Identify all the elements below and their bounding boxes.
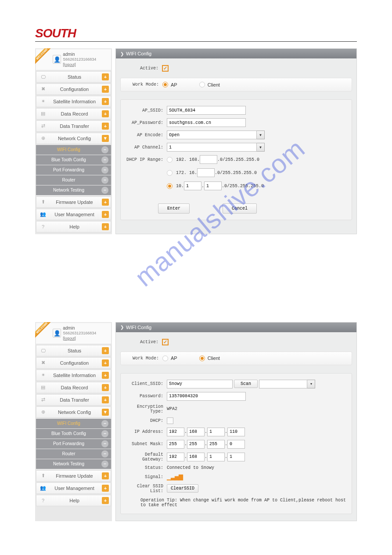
nav-datatransfer[interactable]: ⇄Data Transfer+ (36, 394, 111, 406)
nav-satellite[interactable]: ✴Satellite Information+ (36, 96, 111, 107)
gw-oct-3[interactable] (207, 453, 225, 461)
active-checkbox[interactable]: ✓ (162, 65, 169, 72)
minus-icon: – (101, 440, 108, 447)
dhcp-checkbox[interactable] (167, 417, 173, 424)
nav-label-datarec: Data Record (47, 385, 102, 390)
nav-help[interactable]: ?Help+ (36, 495, 111, 506)
dropdown-icon[interactable]: ▼ (257, 131, 265, 139)
logout-link[interactable]: [logout] (63, 336, 76, 341)
ip-oct-2[interactable] (187, 428, 205, 436)
minus-icon: – (101, 461, 108, 468)
dhcp-oct-3b[interactable] (204, 181, 222, 190)
appwd-input[interactable] (167, 118, 246, 127)
radio-ap[interactable]: AP (162, 355, 177, 361)
subnav-nettest[interactable]: Network Testing– (36, 185, 111, 195)
subnav-label: Router (36, 178, 101, 182)
nav-datarecord[interactable]: ▤Data Record+ (36, 382, 111, 393)
apencode-select[interactable] (167, 131, 257, 139)
upload-icon: ⬆ (39, 199, 47, 205)
nav-label-datarec: Data Record (47, 111, 102, 116)
clientpwd-input[interactable] (167, 392, 246, 401)
gw-label: Default Gateway: (125, 452, 167, 462)
nav-configuration[interactable]: ✖Configuration+ (36, 357, 111, 369)
logout-link[interactable]: [logout] (63, 62, 76, 67)
subnav-bluetooth[interactable]: Blue Tooth Config– (36, 429, 111, 439)
workmode-label: Work Mode: (125, 356, 162, 361)
subnav-bluetooth[interactable]: Blue Tooth Config– (36, 155, 111, 165)
dhcp-radio-3[interactable] (167, 183, 173, 189)
radio-ap[interactable]: AP (162, 82, 177, 87)
mask-label: Subnet Mask: (125, 442, 167, 446)
cancel-button[interactable]: Cancel (223, 203, 257, 214)
gw-oct-1[interactable] (167, 453, 184, 461)
apchannel-select[interactable] (167, 143, 257, 152)
apssid-input[interactable] (167, 106, 246, 115)
minus-icon: – (101, 430, 108, 437)
subnav-wifi[interactable]: WIFI Config– (36, 419, 111, 428)
nav-status[interactable]: 🖵Status+ (36, 345, 111, 356)
nav-usermgmt[interactable]: 👥User Management+ (36, 482, 111, 494)
nav-datarecord[interactable]: ▤Data Record+ (36, 108, 111, 120)
nav-networkconfig[interactable]: ⊕Network Config▾ (36, 133, 111, 144)
nav-label-um: User Management (47, 486, 102, 491)
expand-icon: + (102, 372, 109, 379)
radio-client[interactable]: Client (199, 82, 220, 87)
dropdown-icon[interactable]: ▾ (307, 380, 315, 388)
dropdown-icon[interactable]: ▼ (257, 143, 265, 152)
work-mode-bar: Work Mode: AP Client (120, 352, 352, 365)
clientssid-input[interactable] (167, 380, 233, 388)
ip-oct-3[interactable] (207, 428, 225, 436)
subnav-label: Port Forwarding (36, 167, 101, 172)
dhcp-radio-2[interactable] (167, 170, 173, 176)
subnav-portfw[interactable]: Port Forwarding– (36, 165, 111, 175)
calendar-icon: ▤ (39, 385, 47, 390)
sidebar: WELCOME 👤 admin S66263123166834 [logout]… (35, 322, 112, 521)
dhcp-oct-2[interactable] (197, 168, 215, 177)
chevron-right-icon: ❯ (120, 51, 124, 56)
scan-button[interactable]: Scan (234, 380, 258, 388)
minus-icon: – (101, 156, 108, 163)
dhcp-text: .0/255.255.255.0 (222, 184, 264, 189)
subnav-nettest[interactable]: Network Testing– (36, 459, 111, 469)
gw-oct-2[interactable] (187, 453, 205, 461)
ssid-list-select[interactable] (259, 380, 307, 388)
nav-label-help: Help (47, 498, 102, 503)
mask-oct-4[interactable] (227, 440, 245, 449)
ip-oct-1[interactable] (167, 428, 184, 436)
nav-firmware[interactable]: ⬆Firmware Update+ (36, 196, 111, 208)
enter-button[interactable]: Enter (158, 203, 190, 214)
apchannel-label: AP Channel: (125, 145, 167, 150)
dhcp-oct-3a[interactable] (184, 181, 201, 190)
subnav-router[interactable]: Router– (36, 449, 111, 459)
user-id: S66263123166834 (63, 57, 96, 62)
nav-firmware[interactable]: ⬆Firmware Update+ (36, 470, 111, 482)
dhcp-radio-1[interactable] (167, 157, 173, 163)
nav-label-fw: Firmware Update (47, 200, 102, 205)
nav-networkconfig[interactable]: ⊕Network Config▾ (36, 406, 111, 418)
active-label: Active: (120, 340, 162, 345)
expand-icon: + (102, 384, 109, 391)
radio-client[interactable]: Client (199, 355, 220, 361)
clearssid-button[interactable]: ClearSSID (167, 484, 198, 493)
expand-icon: + (102, 123, 109, 130)
nav-satellite[interactable]: ✴Satellite Information+ (36, 370, 111, 381)
dhcp-text: .0/255.255.255.0 (217, 157, 259, 162)
subnav-portfw[interactable]: Port Forwarding– (36, 439, 111, 449)
nav-label-config: Configuration (47, 87, 102, 92)
mask-oct-2[interactable] (187, 440, 205, 449)
nav-status[interactable]: 🖵Status+ (36, 71, 111, 83)
content-area: ❯WIFI Config Active: ✓ Work Mode: AP Cli… (115, 322, 357, 521)
nav-datatransfer[interactable]: ⇄Data Transfer+ (36, 120, 111, 132)
subnav-wifi[interactable]: WIFI Config– (36, 145, 111, 155)
mask-oct-3[interactable] (207, 440, 225, 449)
ip-oct-4[interactable] (227, 428, 245, 436)
nav-configuration[interactable]: ✖Configuration+ (36, 83, 111, 95)
subnav-router[interactable]: Router– (36, 175, 111, 185)
nav-usermgmt[interactable]: 👥User Management+ (36, 209, 111, 220)
gw-oct-4[interactable] (227, 453, 245, 461)
active-checkbox[interactable]: ✓ (162, 339, 169, 345)
dhcp-text: 172. 16. (176, 170, 197, 175)
mask-oct-1[interactable] (167, 440, 184, 449)
nav-help[interactable]: ?Help+ (36, 221, 111, 232)
dhcp-oct-1[interactable] (200, 155, 217, 164)
